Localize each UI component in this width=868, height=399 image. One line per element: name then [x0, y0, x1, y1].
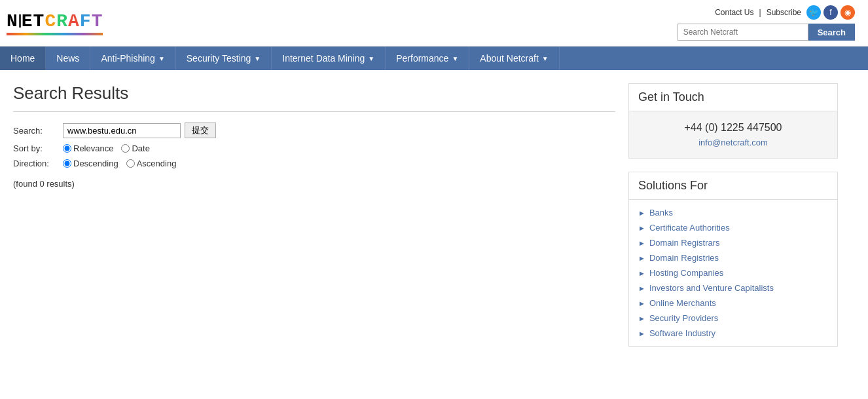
sort-relevance-label: Relevance — [73, 143, 113, 153]
antiphishing-arrow: ▼ — [158, 55, 165, 62]
solutions-for-section: Solutions For ►Banks►Certificate Authori… — [628, 172, 838, 347]
facebook-icon[interactable]: f — [823, 5, 838, 20]
direction-label: Direction: — [13, 159, 59, 168]
header-right: Contact Us | Subscribe 🐦 f ◉ Search — [678, 5, 855, 41]
main-container: Search Results Search: 提交 Sort by: Relev… — [0, 70, 851, 360]
solution-link[interactable]: Domain Registrars — [649, 238, 720, 248]
logo-area: NETCRAFT — [7, 11, 103, 35]
nav-security-testing[interactable]: Security Testing ▼ — [176, 47, 272, 70]
direction-ascending[interactable]: Ascending — [126, 159, 177, 168]
separator: | — [759, 8, 761, 17]
solutions-title: Solutions For — [629, 172, 837, 200]
contact-link[interactable]: Contact Us — [715, 8, 753, 17]
solution-item[interactable]: ►Hosting Companies — [629, 265, 837, 280]
solution-arrow: ► — [638, 209, 645, 217]
direction-ascending-label: Ascending — [137, 159, 177, 168]
nav-internet-data-mining[interactable]: Internet Data Mining ▼ — [272, 47, 386, 70]
solution-item[interactable]: ►Domain Registries — [629, 250, 837, 265]
solution-item[interactable]: ►Software Industry — [629, 326, 837, 341]
get-in-touch-title: Get in Touch — [629, 84, 837, 111]
solution-link[interactable]: Online Merchants — [649, 298, 716, 308]
sort-date[interactable]: Date — [121, 143, 149, 153]
main-nav: Home News Anti-Phishing ▼ Security Testi… — [0, 47, 868, 70]
performance-arrow: ▼ — [452, 55, 458, 62]
nav-antiphishing[interactable]: Anti-Phishing ▼ — [90, 47, 175, 70]
sort-options: Relevance Date — [63, 143, 150, 153]
nav-performance[interactable]: Performance ▼ — [386, 47, 469, 70]
solution-arrow: ► — [638, 299, 645, 307]
solution-link[interactable]: Software Industry — [649, 328, 715, 338]
direction-descending-label: Descending — [73, 159, 118, 168]
sort-label: Sort by: — [13, 143, 59, 153]
content-area: Search Results Search: 提交 Sort by: Relev… — [13, 83, 615, 347]
query-input[interactable] — [63, 123, 181, 138]
sort-row: Sort by: Relevance Date — [13, 143, 615, 153]
solution-item[interactable]: ►Certificate Authorities — [629, 220, 837, 235]
solution-link[interactable]: Banks — [649, 208, 673, 218]
solution-arrow: ► — [638, 284, 645, 292]
solution-item[interactable]: ►Domain Registrars — [629, 235, 837, 250]
solution-item[interactable]: ►Investors and Venture Capitalists — [629, 280, 837, 295]
search-bar: Search — [678, 24, 855, 41]
solution-arrow: ► — [638, 239, 645, 247]
solution-link[interactable]: Hosting Companies — [649, 268, 723, 278]
sort-relevance[interactable]: Relevance — [63, 143, 113, 153]
solution-arrow: ► — [638, 254, 645, 262]
logo-underline — [7, 33, 103, 35]
solution-item[interactable]: ►Online Merchants — [629, 295, 837, 311]
search-button[interactable]: Search — [808, 24, 855, 41]
nav-news[interactable]: News — [46, 47, 90, 70]
direction-options: Descending Ascending — [63, 159, 176, 168]
data-mining-arrow: ▼ — [368, 55, 374, 62]
solution-link[interactable]: Security Providers — [649, 313, 718, 323]
sidebar: Get in Touch +44 (0) 1225 447500 info@ne… — [628, 83, 838, 347]
social-icons: 🐦 f ◉ — [806, 5, 855, 20]
solution-link[interactable]: Investors and Venture Capitalists — [649, 283, 774, 293]
solution-arrow: ► — [638, 269, 645, 277]
direction-row: Direction: Descending Ascending — [13, 159, 615, 168]
phone-number: +44 (0) 1225 447500 — [640, 122, 827, 134]
direction-descending[interactable]: Descending — [63, 159, 118, 168]
header-links: Contact Us | Subscribe — [715, 8, 801, 17]
solution-link[interactable]: Certificate Authorities — [649, 223, 730, 233]
search-input[interactable] — [678, 24, 808, 41]
about-arrow: ▼ — [542, 55, 549, 62]
rss-icon[interactable]: ◉ — [841, 5, 855, 20]
solutions-list: ►Banks►Certificate Authorities►Domain Re… — [629, 200, 837, 346]
solution-link[interactable]: Domain Registries — [649, 253, 719, 263]
contact-box: +44 (0) 1225 447500 info@netcraft.com — [629, 111, 837, 158]
security-testing-arrow: ▼ — [254, 55, 261, 62]
solution-item[interactable]: ►Banks — [629, 205, 837, 220]
results-text: (found 0 results) — [13, 179, 615, 189]
solution-arrow: ► — [638, 224, 645, 232]
solution-item[interactable]: ►Security Providers — [629, 311, 837, 326]
submit-button[interactable]: 提交 — [185, 123, 216, 138]
subscribe-link[interactable]: Subscribe — [767, 8, 801, 17]
get-in-touch-section: Get in Touch +44 (0) 1225 447500 info@ne… — [628, 83, 838, 159]
solution-arrow: ► — [638, 314, 645, 322]
nav-about[interactable]: About Netcraft ▼ — [469, 47, 559, 70]
sort-date-label: Date — [132, 143, 149, 153]
twitter-icon[interactable]: 🐦 — [806, 5, 821, 20]
search-label: Search: — [13, 126, 59, 136]
search-form: Search: 提交 Sort by: Relevance Date — [13, 123, 615, 168]
logo[interactable]: NETCRAFT — [7, 11, 103, 31]
nav-home[interactable]: Home — [0, 47, 46, 70]
email-link[interactable]: info@netcraft.com — [698, 138, 768, 147]
header: NETCRAFT Contact Us | Subscribe 🐦 f ◉ Se… — [0, 0, 868, 47]
page-title: Search Results — [13, 83, 615, 112]
solution-arrow: ► — [638, 330, 645, 337]
search-row: Search: 提交 — [13, 123, 615, 138]
